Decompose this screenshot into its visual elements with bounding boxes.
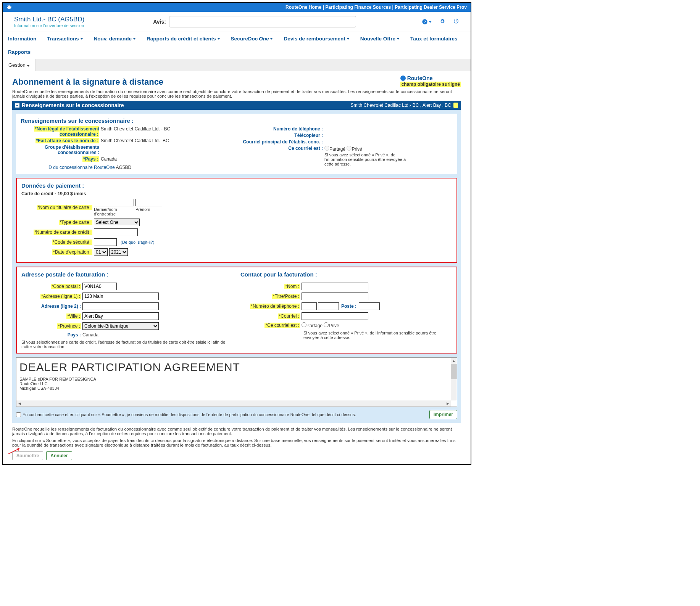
billing-title: Adresse postale de facturation : xyxy=(21,271,233,278)
topbar: RouteOne Home | Participating Finance So… xyxy=(3,3,471,12)
footer-note2: En cliquant sur « Soumettre », vous acce… xyxy=(12,438,461,447)
cc-subtitle: Carte de crédit - 19,00 $ /mois xyxy=(21,191,452,196)
dealer-section-title: Renseignements sur le concessionnaire : xyxy=(21,117,453,124)
agreement-box: DEALER PARTICIPATION AGREEMENT SAMPLE eD… xyxy=(16,357,457,407)
nav-rapports[interactable]: Rapports xyxy=(3,45,36,59)
scroll-up-icon[interactable]: ▲ xyxy=(451,358,457,364)
card-type-select[interactable]: Select One xyxy=(94,219,140,226)
agree-checkbox[interactable] xyxy=(16,412,21,417)
agreement-line3: Michigan USA-48334 xyxy=(19,386,454,391)
exp-month-select[interactable]: 01 xyxy=(94,248,108,256)
city-input[interactable] xyxy=(82,312,159,320)
scrollbar-vertical[interactable]: ▲ xyxy=(451,358,457,400)
province-select[interactable]: Colombie-Britannique xyxy=(82,322,159,330)
contact-radio-private[interactable] xyxy=(324,322,329,327)
page-title: Abonnement à la signature à distance xyxy=(12,77,163,87)
svg-text:?: ? xyxy=(424,20,426,24)
note-icon[interactable] xyxy=(453,103,458,108)
cancel-button[interactable]: Annuler xyxy=(46,451,72,460)
security-code-help-link[interactable]: (De quoi s'agit-il?) xyxy=(121,240,154,244)
required-highlight-note: champ obligatoire surligné xyxy=(400,82,461,87)
link-finance-sources[interactable]: Participating Finance Sources xyxy=(325,5,391,10)
avis-input[interactable] xyxy=(169,16,356,27)
agreement-line2: RouteOne LLC xyxy=(19,381,454,386)
nav-securedocone[interactable]: SecureDocOne xyxy=(226,32,279,45)
scroll-left-icon[interactable]: ◀ xyxy=(16,400,23,407)
cardholder-first-input[interactable] xyxy=(135,199,162,206)
nav-taux[interactable]: Taux et formulaires xyxy=(405,32,463,45)
logo-circle-icon xyxy=(400,76,406,81)
scroll-right-icon[interactable]: ▶ xyxy=(445,400,451,407)
billing-contact-section: Adresse postale de facturation : *Code p… xyxy=(16,267,457,354)
cardholder-last-input[interactable] xyxy=(94,199,134,206)
agreement-title: DEALER PARTICIPATION AGREEMENT xyxy=(19,361,454,374)
footer-note1: RouteOne recueille les renseignements de… xyxy=(12,427,461,436)
contact-email-note: Si vous avez sélectionné « Privé », de l… xyxy=(303,331,452,340)
dealer-id-value: AG5BD xyxy=(116,165,131,170)
addr2-input[interactable] xyxy=(82,302,159,310)
nav-devis[interactable]: Devis de remboursement xyxy=(278,32,355,45)
dba-value: Smith Chevrolet Cadillac Ltd.- BC xyxy=(101,138,169,143)
agreement-line1: SAMPLE eDPA FOR REMOTEESIGNCA xyxy=(19,377,454,381)
country-value: Canada xyxy=(101,156,117,162)
nav-rapports-credit[interactable]: Rapports de crédit et clients xyxy=(141,32,226,45)
payment-title: Données de paiement : xyxy=(21,182,452,189)
caret-icon xyxy=(217,38,220,40)
nav-nouv-demande[interactable]: Nouv. demande xyxy=(89,32,142,45)
caret-icon xyxy=(133,38,136,40)
gear-icon[interactable] xyxy=(439,18,445,26)
nav-nouvelle-offre[interactable]: Nouvelle Offre xyxy=(355,32,405,45)
caret-icon xyxy=(397,38,400,40)
section-header-dealer: − Renseignements sur le concessionnaire … xyxy=(12,101,461,110)
contact-phone-1[interactable] xyxy=(302,302,317,310)
radio-shared xyxy=(324,146,329,151)
link-dealer-service[interactable]: Participating Dealer Service Prov xyxy=(395,5,467,10)
link-home[interactable]: RouteOne Home xyxy=(285,5,321,10)
help-icon[interactable]: ? xyxy=(422,19,432,25)
contact-title: Contact pour la facturation : xyxy=(240,271,452,278)
payment-section: Données de paiement : Carte de crédit - … xyxy=(16,178,457,263)
contact-phone-2[interactable] xyxy=(318,302,339,310)
power-icon[interactable] xyxy=(453,18,459,26)
dealer-location-text: Smith Chevrolet Cadillac Ltd.- BC , Aler… xyxy=(351,103,451,108)
routeone-logo: RouteOne xyxy=(400,75,461,81)
legal-name-value: Smith Chevrolet Cadillac Ltd. - BC xyxy=(101,126,170,132)
radio-private xyxy=(347,146,352,151)
contact-title-input[interactable] xyxy=(302,293,368,300)
billing-country-value: Canada xyxy=(82,332,98,338)
billing-note: Si vous sélectionnez une carte de crédit… xyxy=(21,340,233,349)
contact-phone-ext[interactable] xyxy=(359,302,380,310)
avis-label: Avis: xyxy=(153,19,166,25)
nav-transactions[interactable]: Transactions xyxy=(42,32,88,45)
nav-information[interactable]: Information xyxy=(3,32,42,45)
addr1-input[interactable] xyxy=(82,293,159,300)
contact-email-input[interactable] xyxy=(302,312,368,320)
email-note: Si vous avez sélectionné « Privé », de l… xyxy=(324,153,408,166)
caret-icon xyxy=(347,38,350,40)
app-logo-icon xyxy=(6,4,12,11)
print-button[interactable]: Imprimer xyxy=(429,410,457,419)
scrollbar-horizontal[interactable]: ◀ ▶ xyxy=(16,400,451,407)
contact-radio-shared[interactable] xyxy=(302,322,306,327)
zip-input[interactable] xyxy=(82,283,117,290)
contact-name-input[interactable] xyxy=(302,283,368,290)
dealer-name: Smith Ltd.- BC (AG5BD) xyxy=(14,16,84,23)
annotation-arrow-icon xyxy=(6,445,23,457)
collapse-icon[interactable]: − xyxy=(15,103,19,108)
exp-year-select[interactable]: 2021 xyxy=(109,248,128,256)
nav-gestion[interactable]: Gestion xyxy=(3,59,35,71)
agree-text: En cochant cette case et en cliquant sur… xyxy=(23,412,356,417)
cc-number-input[interactable] xyxy=(94,228,138,236)
intro-text: RouteOne recueille les renseignements de… xyxy=(12,89,461,98)
caret-icon xyxy=(80,38,83,40)
session-info[interactable]: Information sur l'ouverture de session xyxy=(14,23,84,28)
caret-icon xyxy=(27,65,30,67)
caret-icon xyxy=(270,38,273,40)
security-code-input[interactable] xyxy=(94,238,117,246)
